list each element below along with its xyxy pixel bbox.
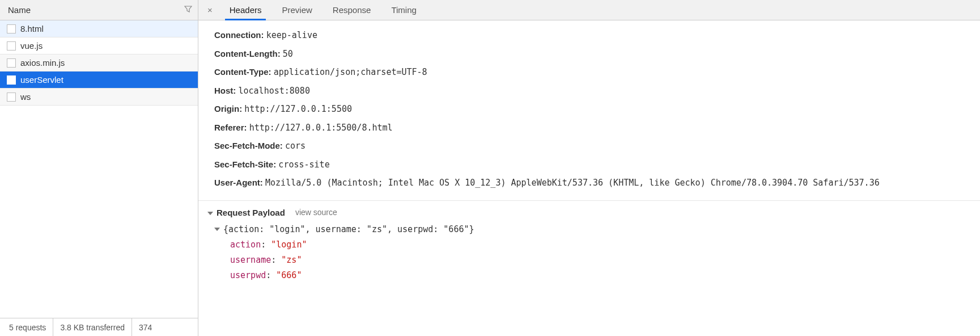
header-line: Content-Length: 50 [214,45,980,64]
header-key: Sec-Fetch-Mode: [214,141,285,150]
footer-extra: 374 [132,318,159,336]
request-name: 8.html [20,24,44,33]
property-key: username [230,255,271,265]
header-line: Connection: keep-alive [214,26,980,45]
filter-icon[interactable] [184,5,192,15]
request-name: axios.min.js [20,58,65,68]
property-value: "666" [276,270,302,280]
header-value: localhost:8080 [239,86,310,96]
request-count: 5 requests [2,318,53,336]
request-name: vue.js [20,41,43,51]
header-value: http://127.0.0.1:5500/8.html [249,123,393,133]
file-icon [7,93,16,102]
header-value: application/json;charset=UTF-8 [274,67,427,77]
tab-headers[interactable]: Headers [219,0,272,20]
header-value: 50 [283,49,293,59]
network-requests-panel: Name 8.htmlvue.jsaxios.min.jsuserServlet… [0,0,198,336]
header-key: Origin: [214,104,244,114]
close-icon[interactable]: × [201,5,219,15]
payload-section-header[interactable]: Request Payload view source [198,201,980,222]
header-key: Content-Length: [214,49,283,58]
request-row[interactable]: ws [0,89,198,106]
header-line: Host: localhost:8080 [214,82,980,100]
payload-summary[interactable]: {action: "login", username: "zs", userpw… [214,222,980,237]
property-key: userpwd [230,270,266,280]
request-name: userServlet [20,75,63,85]
payload-property: username: "zs" [230,253,980,268]
header-value: cross-site [278,159,329,170]
tab-response[interactable]: Response [323,0,381,20]
property-value: "zs" [281,255,302,265]
requests-header: Name [0,0,198,20]
header-line: Origin: http://127.0.0.1:5500 [214,100,980,119]
header-key: Connection: [214,30,266,40]
file-icon [7,41,16,51]
tab-timing[interactable]: Timing [381,0,426,20]
file-icon [7,75,16,85]
header-line: Referer: http://127.0.0.1:5500/8.html [214,119,980,137]
tab-preview[interactable]: Preview [271,0,322,20]
header-key: Referer: [214,123,249,132]
header-line: Content-Type: application/json;charset=U… [214,63,980,82]
header-key: User-Agent: [214,178,265,187]
column-name-header[interactable]: Name [8,5,31,15]
requests-footer: 5 requests 3.8 KB transferred 374 [0,318,198,336]
request-row[interactable]: axios.min.js [0,54,198,72]
transferred-size: 3.8 KB transferred [53,318,132,336]
payload-block: {action: "login", username: "zs", userpw… [198,222,980,289]
request-row[interactable]: userServlet [0,72,198,89]
caret-down-icon [207,212,213,215]
property-key: action [230,240,261,250]
payload-section-title: Request Payload [207,208,285,217]
request-row[interactable]: 8.html [0,20,198,37]
detail-content[interactable]: Connection: keep-aliveContent-Length: 50… [198,20,980,336]
header-line: User-Agent: Mozilla/5.0 (Macintosh; Inte… [214,174,980,192]
request-list: 8.htmlvue.jsaxios.min.jsuserServletws [0,20,198,318]
payload-property: action: "login" [230,237,980,253]
header-value: cors [285,141,306,151]
header-key: Host: [214,86,239,95]
request-name: ws [20,92,31,102]
header-value: keep-alive [266,30,317,40]
caret-down-icon [214,228,220,231]
property-value: "login" [271,240,307,250]
request-detail-panel: × HeadersPreviewResponseTiming Connectio… [198,0,980,336]
header-key: Sec-Fetch-Site: [214,159,278,169]
payload-property: userpwd: "666" [230,268,980,283]
header-line: Sec-Fetch-Mode: cors [214,137,980,156]
view-source-link[interactable]: view source [295,208,337,217]
file-icon [7,58,16,68]
header-value: http://127.0.0.1:5500 [244,104,352,114]
request-row[interactable]: vue.js [0,37,198,54]
detail-tabs: × HeadersPreviewResponseTiming [198,0,980,20]
header-line: Sec-Fetch-Site: cross-site [214,156,980,174]
file-icon [7,24,16,33]
header-value: Mozilla/5.0 (Macintosh; Intel Mac OS X 1… [265,178,880,188]
request-headers-block: Connection: keep-aliveContent-Length: 50… [198,20,980,201]
header-key: Content-Type: [214,67,274,77]
